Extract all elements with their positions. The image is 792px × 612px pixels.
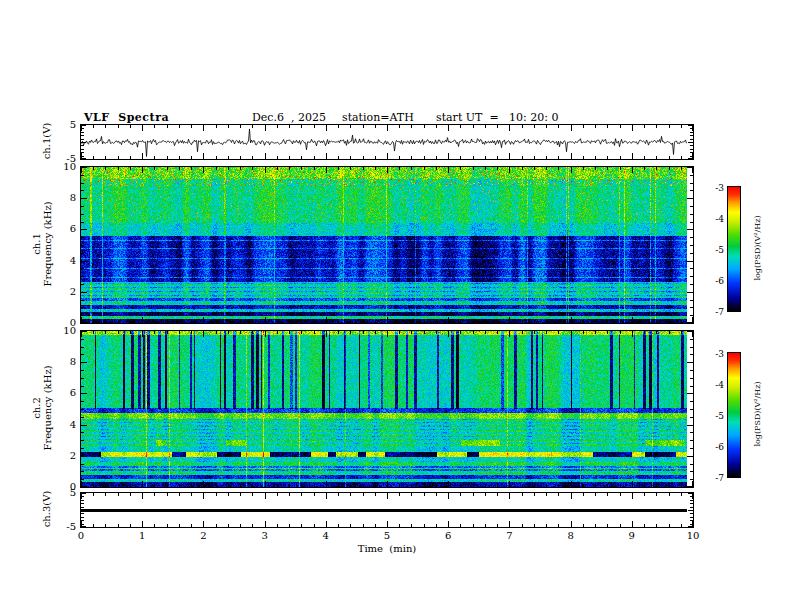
ch2-colorbar-label-text: log(PSD)(V²/Hz) — [752, 381, 763, 446]
cb2-tick-label: -6 — [698, 441, 724, 453]
x-tick-label: 5 — [377, 530, 397, 542]
ch2-freq-tick-label: 2 — [54, 450, 76, 462]
cb2-tick-label: -4 — [698, 379, 724, 391]
x-tick-label: 8 — [561, 530, 581, 542]
ch1-colorbar — [727, 186, 741, 312]
ch2-spec-ylabel-channel: ch.2 — [31, 365, 42, 450]
ch2-colorbar-label: log(PSD)(V²/Hz) — [752, 381, 763, 446]
ch1-freq-tick-label: 2 — [54, 286, 76, 298]
ch1-colorbar-label: log(PSD)(V²/Hz) — [752, 215, 763, 280]
vlf-spectra-figure: VLF Spectra Dec.6 , 2025 station=ATH sta… — [0, 0, 792, 612]
cb2-tick-label: -5 — [698, 410, 724, 422]
ch3-wave-ylabel: ch.3(V) — [41, 491, 52, 528]
ch2-colorbar — [727, 352, 741, 478]
ch1-freq-tick-label: 8 — [54, 192, 76, 204]
ch2-spec-ylabel-quantity: Frequency (kHz) — [42, 365, 53, 450]
x-tick-label: 7 — [499, 530, 519, 542]
ch1-spec-ylabel-channel: ch.1 — [31, 201, 42, 286]
cb1-tick-label: -5 — [698, 244, 724, 256]
ch1-waveform-plot — [80, 124, 694, 160]
figure-start-ut: start UT = 10: 20: 0 — [436, 111, 559, 124]
x-tick-label: 3 — [255, 530, 275, 542]
x-axis-label: Time (min) — [358, 543, 417, 554]
x-tick-label: 4 — [316, 530, 336, 542]
x-tick-label: 1 — [132, 530, 152, 542]
ch1-spectrogram-plot — [80, 166, 694, 324]
cb1-tick-label: -4 — [698, 213, 724, 225]
ch1-colorbar-label-text: log(PSD)(V²/Hz) — [752, 215, 763, 280]
ch1-volt-tick-label: 5 — [56, 119, 76, 131]
ch1-freq-tick-label: 4 — [54, 255, 76, 267]
ch2-freq-tick-label: 6 — [54, 387, 76, 399]
ch1-volt-tick-label: -5 — [56, 153, 76, 165]
ch2-spectrogram-plot — [80, 330, 694, 488]
figure-date: Dec.6 , 2025 — [252, 111, 326, 124]
ch1-spec-ylabel-quantity: Frequency (kHz) — [42, 201, 53, 286]
ch2-freq-tick-label: 10 — [54, 325, 76, 337]
figure-station: station=ATH — [342, 111, 414, 124]
x-tick-label: 6 — [438, 530, 458, 542]
cb1-tick-label: -7 — [698, 306, 724, 318]
cb1-tick-label: -6 — [698, 275, 724, 287]
ch2-freq-tick-label: 8 — [54, 356, 76, 368]
ch1-spec-ylabel: ch.1 Frequency (kHz) — [31, 201, 53, 286]
ch3-volt-tick-label: 5 — [56, 487, 76, 499]
cb1-tick-label: -3 — [698, 182, 724, 194]
cb2-tick-label: -7 — [698, 472, 724, 484]
ch3-wave-ylabel-text: ch.3(V) — [41, 491, 52, 528]
ch1-wave-ylabel-text: ch.1(V) — [41, 123, 52, 160]
figure-title: VLF Spectra — [84, 111, 169, 124]
x-tick-label: 2 — [193, 530, 213, 542]
ch2-spec-ylabel: ch.2 Frequency (kHz) — [31, 365, 53, 450]
x-tick-label: 9 — [622, 530, 642, 542]
x-tick-label: 10 — [683, 530, 703, 542]
ch3-volt-tick-label: -5 — [56, 521, 76, 533]
cb2-tick-label: -3 — [698, 348, 724, 360]
ch2-freq-tick-label: 4 — [54, 419, 76, 431]
ch3-waveform-plot — [80, 492, 694, 528]
ch1-freq-tick-label: 6 — [54, 223, 76, 235]
ch1-wave-ylabel: ch.1(V) — [41, 123, 52, 160]
